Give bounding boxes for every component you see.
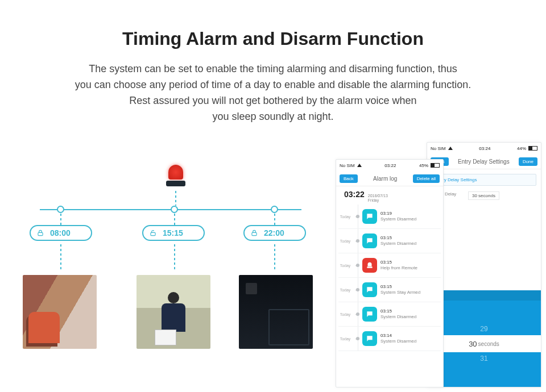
battery-label: 44% [517,146,526,151]
phone-alarm-log: No SIM 03:22 45% Back Alarm log Delete a… [336,159,444,387]
log-text: 03:19System Disarmed [380,211,416,222]
carrier-label: No SIM [340,163,355,168]
log-text: 03:14System Disarmed [380,333,416,344]
wifi-icon [357,164,362,167]
log-row[interactable]: Today‹03:15System Disarmed [338,229,441,253]
page-title: Timing Alarm and Disarm Function [0,28,546,49]
picker-prev[interactable]: 29 [480,325,487,333]
desc-line-4: you sleep soundly at night. [0,109,546,125]
carrier-label: No SIM [431,146,446,151]
svg-rect-2 [252,232,257,235]
time-pill-1: 08:00 [30,225,92,241]
status-time: 03:24 [479,146,490,151]
time-label-2: 15:15 [163,228,183,237]
svg-rect-0 [38,232,43,235]
lock-icon [35,228,46,238]
log-day-label: Today [338,312,352,316]
time-label-3: 22:00 [264,228,284,237]
log-header-time: 03:22 [344,190,365,199]
log-row[interactable]: Today‹03:14System Disarmed [338,327,441,351]
log-day-label: Today [338,215,352,219]
battery-label: 45% [419,163,428,168]
log-text: 03:15Help from Remote [380,260,417,271]
alert-icon [362,258,377,273]
description: The system can be set to enable the timi… [0,61,546,125]
status-bar: No SIM 03:22 45% [336,160,443,171]
wifi-icon [448,147,453,150]
time-pill-3: 22:00 [243,225,306,241]
nav-bar: Back Alarm log Delete all [336,171,443,186]
log-header: 03:22 2018/07/13 Friday [336,186,443,205]
picker-next[interactable]: 31 [480,355,487,362]
battery-icon [431,163,440,168]
timeline-node-1 [57,206,64,213]
log-row[interactable]: Today‹03:15Help from Remote [338,253,441,278]
status-bar: No SIM 03:24 44% [427,143,541,154]
nav-title: Alarm log [373,176,397,182]
log-header-date: 2018/07/13 [368,194,388,198]
done-button[interactable]: Done [519,157,537,166]
desc-line-2: you can choose any period of time of a d… [0,77,546,93]
log-header-weekday: Friday [368,198,388,203]
picker-selected[interactable]: 30seconds [427,335,541,352]
scene-thumb-morning [23,275,97,349]
timeline-graphic: 08:00 15:15 22:00 [23,165,318,381]
chat-icon [362,331,377,346]
chat-icon [362,233,377,248]
log-row[interactable]: Today‹03:15System Disarmed [338,302,441,327]
svg-rect-1 [151,232,155,235]
log-list: Today‹03:19System DisarmedToday‹03:15Sys… [336,205,443,351]
phone-entry-delay: No SIM 03:24 44% Back Entry Delay Settin… [427,142,541,387]
log-day-label: Today [338,288,352,292]
log-row[interactable]: Today‹03:15System Stay Armed [338,278,441,302]
lock-icon [249,228,259,238]
log-day-label: Today [338,239,352,243]
nav-bar: Back Entry Delay Settings Done [427,154,541,169]
nav-title: Entry Delay Settings [458,159,510,165]
battery-icon [528,146,537,151]
log-text: 03:15System Stay Armed [380,284,420,295]
log-text: 03:15System Disarmed [380,308,416,320]
chat-icon [362,307,377,322]
chat-icon [362,282,377,297]
time-pill-2: 15:15 [142,225,205,241]
log-text: 03:15System Disarmed [380,235,416,247]
svg-rect-3 [367,267,372,268]
log-row[interactable]: Today‹03:19System Disarmed [338,205,441,229]
delete-all-button[interactable]: Delete all [413,174,440,183]
field-value[interactable]: 30 seconds [468,191,499,200]
log-day-label: Today [338,264,352,268]
seconds-picker[interactable]: 29 30seconds 31 [427,290,541,387]
time-label-1: 08:00 [50,228,71,237]
log-day-label: Today [338,337,352,341]
back-button[interactable]: Back [340,174,358,183]
unlock-icon [148,228,158,238]
desc-line-3: Rest assured you will not get bothered b… [0,93,546,109]
chat-icon [362,209,377,224]
scene-thumb-day [136,275,210,349]
siren-connector [175,191,176,206]
timeline-node-3 [271,206,278,213]
status-time: 03:22 [384,163,396,168]
timeline-node-2 [171,206,178,213]
desc-line-1: The system can be set to enable the timi… [0,61,546,77]
siren-icon [166,165,185,190]
phone-mockups: No SIM 03:24 44% Back Entry Delay Settin… [336,142,540,386]
entry-delay-field: Entry Delay 30 seconds [433,191,535,200]
tab-entry-delay[interactable]: Entry Delay Settings [432,174,536,186]
scene-thumb-night [239,275,313,349]
